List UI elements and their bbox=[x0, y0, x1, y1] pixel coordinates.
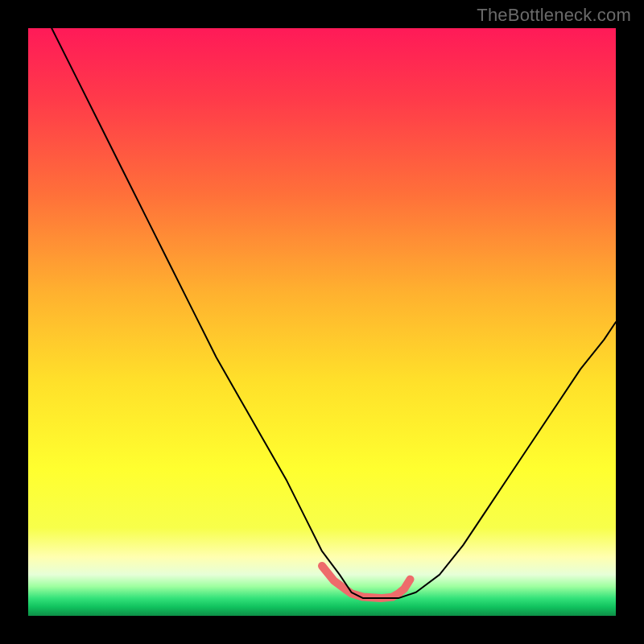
sweet-spot-marker-path bbox=[322, 566, 411, 598]
watermark-text: TheBottleneck.com bbox=[477, 5, 631, 26]
plot-area bbox=[28, 28, 616, 616]
curve-overlay bbox=[28, 28, 616, 616]
chart-frame: TheBottleneck.com bbox=[0, 0, 644, 644]
bottleneck-curve-path bbox=[52, 28, 616, 598]
